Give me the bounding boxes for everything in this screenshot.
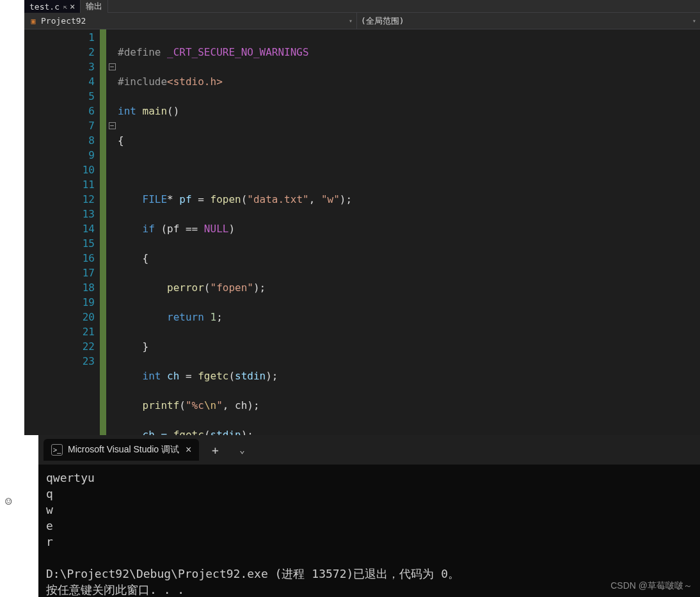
watermark: CSDN @草莓啵啵～ bbox=[610, 580, 692, 592]
tab-bar: test.c ⇱ × 输出 bbox=[24, 0, 700, 13]
editor-body: 1234567891011121314151617181920212223 −−… bbox=[24, 29, 700, 435]
close-icon[interactable]: × bbox=[186, 444, 191, 456]
terminal-tab-bar: >_ Microsoft Visual Studio 调试 × + ⌄ bbox=[38, 435, 700, 465]
terminal-icon: >_ bbox=[51, 444, 63, 456]
pin-icon[interactable]: ⇱ bbox=[63, 3, 67, 10]
terminal-tab[interactable]: >_ Microsoft Visual Studio 调试 × bbox=[44, 439, 199, 461]
code-area[interactable]: #define _CRT_SECURE_NO_WARNINGS #include… bbox=[118, 29, 700, 435]
tab-output[interactable]: 输出 bbox=[81, 0, 108, 13]
line-number-gutter: 1234567891011121314151617181920212223 bbox=[24, 29, 100, 435]
emoji-icon: ☺ bbox=[5, 495, 12, 508]
chevron-down-icon: ▾ bbox=[692, 17, 696, 24]
project-dropdown[interactable]: ▣ Project92 ▾ bbox=[24, 13, 357, 29]
terminal-output[interactable]: qwertyu q w e r D:\Project92\Debug\Proje… bbox=[38, 465, 700, 597]
tab-label: test.c bbox=[29, 2, 60, 12]
scope-label: (全局范围) bbox=[361, 15, 404, 27]
change-margin bbox=[100, 29, 106, 435]
left-gap bbox=[0, 0, 24, 369]
chevron-down-icon: ▾ bbox=[349, 17, 353, 24]
fold-column: −− bbox=[106, 29, 118, 435]
project-icon: ▣ bbox=[28, 16, 38, 26]
new-tab-button[interactable]: + bbox=[204, 440, 226, 459]
project-name: Project92 bbox=[41, 16, 86, 26]
tab-label: 输出 bbox=[86, 1, 102, 12]
nav-dropdowns: ▣ Project92 ▾ (全局范围) ▾ bbox=[24, 13, 700, 29]
dropdown-button[interactable]: ⌄ bbox=[231, 440, 253, 459]
terminal-tab-title: Microsoft Visual Studio 调试 bbox=[68, 444, 179, 456]
terminal-panel: >_ Microsoft Visual Studio 调试 × + ⌄ qwer… bbox=[38, 435, 700, 597]
scope-dropdown[interactable]: (全局范围) ▾ bbox=[357, 13, 700, 29]
close-icon[interactable]: × bbox=[70, 1, 75, 12]
editor-panel: test.c ⇱ × 输出 ▣ Project92 ▾ (全局范围) ▾ 123… bbox=[24, 0, 700, 435]
tab-test-c[interactable]: test.c ⇱ × bbox=[24, 0, 81, 13]
